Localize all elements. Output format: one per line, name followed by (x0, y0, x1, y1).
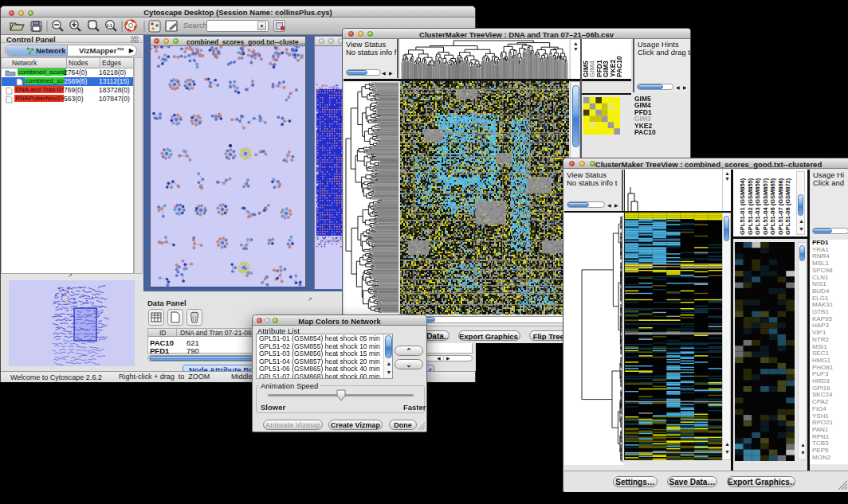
svg-text:Search:: Search: (183, 21, 210, 29)
svg-text:PAC10: PAC10 (615, 56, 623, 77)
svg-text:GPL51-08 (GSM872): GPL51-08 (GSM872) (784, 178, 791, 235)
svg-text:GPL51-02 (GSM855): GPL51-02 (GSM855) (747, 178, 754, 235)
svg-text:1:1: 1:1 (107, 23, 112, 28)
svg-text:GPL51-03 (GSM856): GPL51-03 (GSM856) (754, 178, 761, 235)
svg-text:GPL51-04 (GSM857): GPL51-04 (GSM857) (762, 178, 769, 235)
svg-text:GPL51-07 (GSM868): GPL51-07 (GSM868) (777, 178, 784, 235)
svg-text:GPL51-01 (GSM854): GPL51-01 (GSM854) (739, 178, 746, 235)
svg-text:GPL51-06 (GSM865): GPL51-06 (GSM865) (769, 178, 776, 235)
